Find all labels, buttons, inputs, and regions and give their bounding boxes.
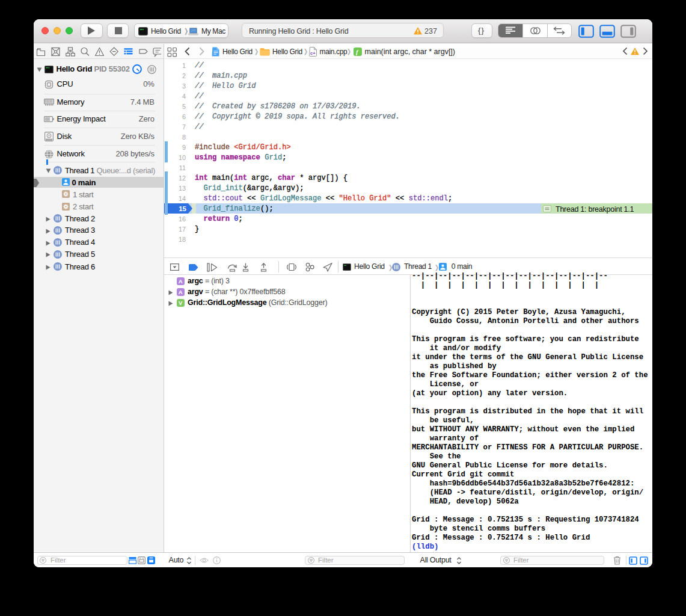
svg-text:15: 15 bbox=[179, 205, 186, 212]
svg-text:c+: c+ bbox=[310, 51, 316, 56]
